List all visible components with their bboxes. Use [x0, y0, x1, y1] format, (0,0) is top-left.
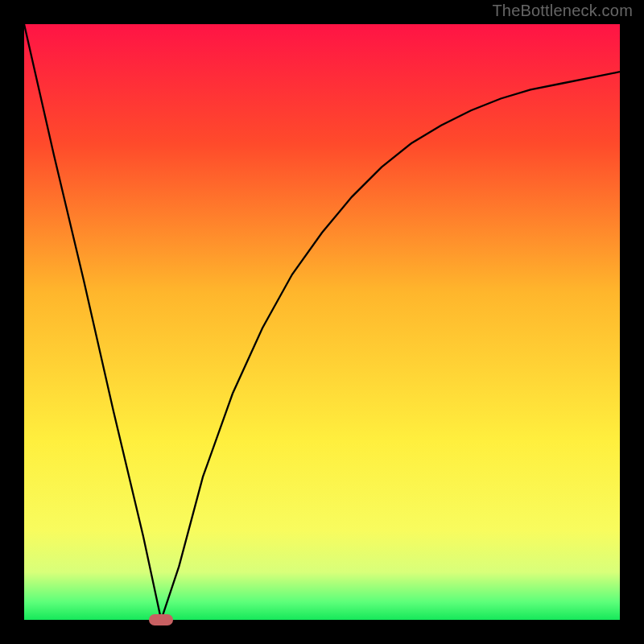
chart-frame: TheBottleneck.com	[0, 0, 644, 644]
optimum-marker	[149, 614, 173, 625]
chart-svg	[24, 24, 620, 620]
plot-area	[24, 24, 620, 620]
watermark-text: TheBottleneck.com	[492, 2, 633, 20]
gradient-background	[24, 24, 620, 620]
